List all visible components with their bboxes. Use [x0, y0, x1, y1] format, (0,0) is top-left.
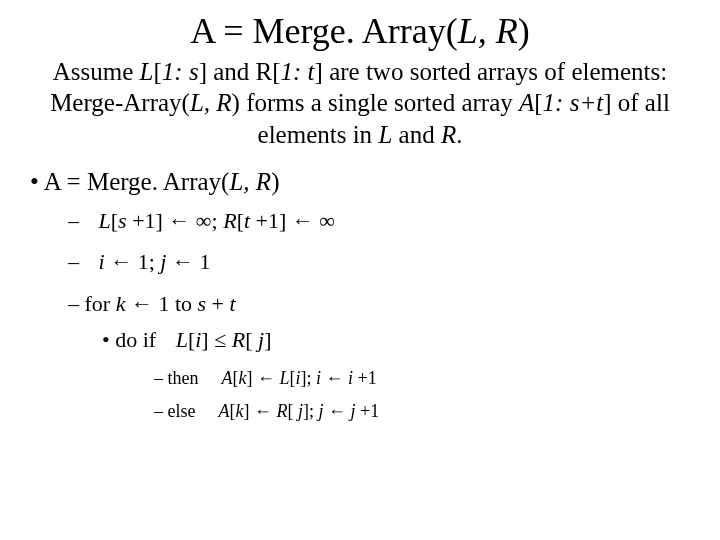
else-item: else A[k] ← R[ j]; j ← j +1 — [170, 398, 690, 425]
sub-item-2: i ← 1; j ← 1 — [86, 247, 690, 277]
then-else-list: then A[k] ← L[i]; i ← i +1 else A[k] ← R… — [120, 365, 690, 425]
bullet-main-text: A = Merge. Array(L, R) — [44, 168, 280, 195]
do-list: do if L[i] ≤ R[ j] then A[k] ← L[i]; i ←… — [86, 325, 690, 425]
then-item: then A[k] ← L[i]; i ← i +1 — [170, 365, 690, 392]
sub-item-3: for k ← 1 to s + t do if L[i] ≤ R[ j] th… — [86, 289, 690, 424]
bullet-main: A = Merge. Array(L, R) L[s +1] ← ∞; R[t … — [48, 168, 690, 425]
sub-item-1: L[s +1] ← ∞; R[t +1] ← ∞ — [86, 206, 690, 236]
bullet-list: A = Merge. Array(L, R) L[s +1] ← ∞; R[t … — [30, 168, 690, 425]
page-title: A = Merge. Array(L, R) — [30, 10, 690, 52]
for-loop-text: for k ← 1 to s + t — [85, 291, 236, 316]
sub-list: L[s +1] ← ∞; R[t +1] ← ∞ i ← 1; j ← 1 fo… — [48, 206, 690, 425]
do-if-text: do if L[i] ≤ R[ j] — [115, 327, 271, 352]
subtitle: Assume L[1: s] and R[1: t] are two sorte… — [30, 56, 690, 150]
slide: A = Merge. Array(L, R) Assume L[1: s] an… — [0, 0, 720, 425]
do-if-item: do if L[i] ≤ R[ j] then A[k] ← L[i]; i ←… — [120, 325, 690, 425]
